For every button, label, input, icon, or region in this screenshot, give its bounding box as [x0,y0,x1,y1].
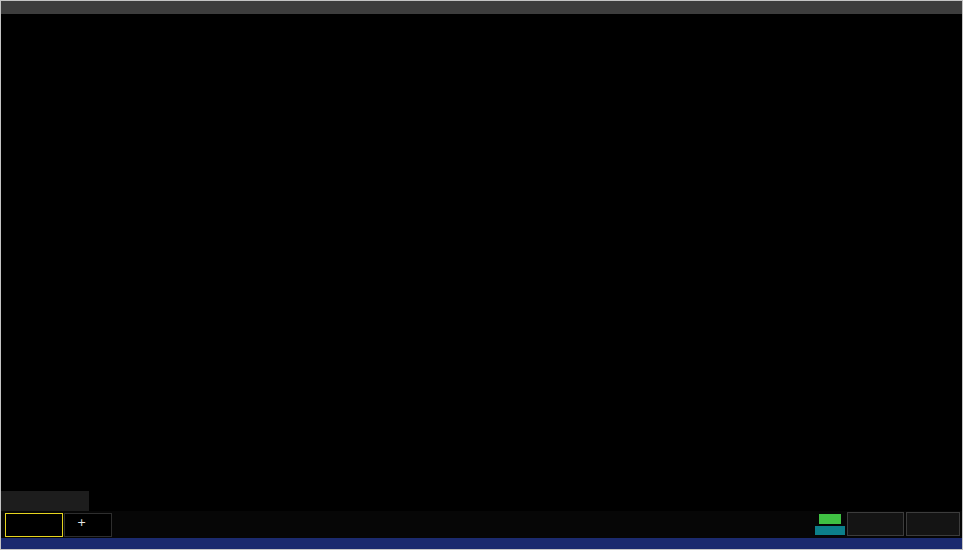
oscilloscope-app: + [0,0,963,550]
plus-icon: + [77,517,86,528]
hd-mode-badge [819,514,841,524]
brand-logo [6,534,10,550]
timebase-descriptor[interactable] [847,512,904,536]
time-histogram-strip [89,491,962,511]
time-histogram [89,491,962,511]
histo-row-label [1,491,89,511]
histogram-track-row [1,491,962,511]
status-bar [1,538,962,549]
channel-c1-descriptor[interactable] [5,513,63,537]
resolution-badge [815,526,845,535]
add-trace-box[interactable]: + [64,513,112,537]
menu-bar [1,1,962,14]
waveform-display[interactable] [1,14,962,432]
control-bar: + [1,511,962,538]
trigger-descriptor[interactable] [906,512,960,536]
